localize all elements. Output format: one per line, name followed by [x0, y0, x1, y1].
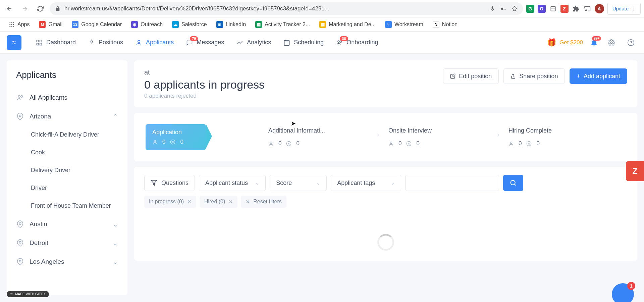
- nav-onboarding[interactable]: Onboarding38: [330, 32, 384, 54]
- svg-rect-2: [551, 6, 555, 11]
- nav-applicants[interactable]: Applicants: [129, 32, 180, 54]
- address-bar[interactable]: hr.workstream.us/#/applicants/Detroit/De…: [50, 2, 523, 15]
- extension-icon-2[interactable]: O: [538, 5, 546, 13]
- stage-onsite[interactable]: Onsite Interview 0 0 ›: [386, 127, 506, 147]
- bookmark-activity[interactable]: ▦Activity Tracker 2...: [252, 19, 313, 30]
- settings-button[interactable]: [605, 36, 618, 49]
- nav-scheduling[interactable]: Scheduling: [277, 32, 330, 54]
- svg-marker-1: [512, 6, 517, 11]
- bookmark-workstream[interactable]: ≈Workstream: [382, 19, 427, 30]
- chip-reset-filters[interactable]: ✕Reset filters: [241, 196, 286, 208]
- bookmark-calendar[interactable]: 13Google Calendar: [68, 19, 125, 30]
- bookmark-notion[interactable]: NNotion: [429, 19, 461, 30]
- get-cash-button[interactable]: 🎁Get $200: [547, 38, 583, 47]
- chevron-down-icon: ⌄: [316, 180, 320, 186]
- svg-point-31: [19, 241, 21, 243]
- svg-point-45: [510, 142, 512, 144]
- sidebar-group-arizona[interactable]: Arizona ⌃: [7, 107, 127, 126]
- forward-button[interactable]: [19, 3, 31, 15]
- apps-button[interactable]: Apps: [5, 19, 33, 30]
- filter-score[interactable]: Score⌄: [270, 175, 327, 191]
- chip-in-progress[interactable]: In progress (0)✕: [144, 196, 196, 208]
- logo-wave-icon: ≈: [12, 39, 16, 46]
- chevron-down-icon: ⌄: [255, 180, 259, 186]
- extension-icon-1[interactable]: G: [526, 5, 534, 13]
- people-icon: [16, 94, 24, 102]
- bookmark-linkedin[interactable]: inLinkedIn: [213, 19, 250, 30]
- back-button[interactable]: [3, 3, 15, 15]
- workstream-icon: ≈: [385, 21, 392, 28]
- close-icon[interactable]: ✕: [187, 199, 192, 205]
- sidebar-item-foh[interactable]: Front of House Team Member: [7, 197, 127, 215]
- sidebar-item-driver[interactable]: Driver: [7, 179, 127, 197]
- filter-status[interactable]: Applicant status⌄: [199, 175, 266, 191]
- chip-hired[interactable]: Hired (0)✕: [200, 196, 237, 208]
- svg-point-25: [628, 39, 634, 45]
- sidebar-group-la[interactable]: Los Angeles ⌄: [7, 252, 127, 271]
- bookmark-salesforce[interactable]: ☁Salesforce: [169, 19, 210, 30]
- extension-icon-z[interactable]: Z: [560, 5, 569, 13]
- svg-point-12: [13, 26, 14, 27]
- extension-icon-3[interactable]: [549, 5, 557, 13]
- position-at: at: [144, 68, 265, 76]
- key-icon[interactable]: [500, 5, 507, 12]
- svg-point-0: [501, 7, 503, 10]
- nav-messages[interactable]: Messages79: [180, 32, 230, 54]
- edit-position-button[interactable]: Edit position: [443, 68, 499, 84]
- loading-spinner: [377, 234, 394, 251]
- edit-icon: [450, 73, 455, 79]
- stage-additional-info[interactable]: Additional Informati... 0 0 ›: [266, 127, 386, 147]
- nav-analytics[interactable]: Analytics: [230, 32, 277, 54]
- messages-badge: 79: [190, 36, 198, 41]
- svg-point-9: [13, 24, 14, 25]
- search-button[interactable]: [503, 175, 523, 191]
- x-circle-icon: [286, 141, 291, 146]
- stage-hiring-complete[interactable]: Hiring Complete 0 0: [506, 127, 626, 147]
- chevron-up-icon: ⌃: [113, 113, 118, 120]
- svg-point-6: [13, 22, 14, 23]
- svg-point-7: [9, 24, 10, 25]
- share-position-button[interactable]: Share position: [503, 68, 565, 84]
- sidebar-all-applicants[interactable]: All Applicants: [7, 88, 127, 107]
- profile-avatar[interactable]: A: [595, 4, 604, 13]
- share-icon: [511, 73, 516, 79]
- sidebar-item-chickfila[interactable]: Chick-fil-A Delivery Driver: [7, 126, 127, 144]
- bookmark-outreach[interactable]: ◉Outreach: [128, 19, 166, 30]
- filter-questions[interactable]: Questions: [144, 175, 195, 191]
- reload-button[interactable]: [34, 3, 46, 15]
- bookmark-marketing[interactable]: ▦Marketing and De...: [316, 19, 379, 30]
- sidebar-group-austin[interactable]: Austin ⌄: [7, 215, 127, 234]
- nav-dashboard[interactable]: Dashboard: [30, 32, 82, 54]
- stage-application[interactable]: Application 0 0: [146, 124, 266, 150]
- search-input[interactable]: [405, 175, 499, 191]
- update-button[interactable]: Update⋮: [607, 3, 641, 15]
- svg-point-8: [11, 24, 12, 25]
- extensions-icon[interactable]: [572, 5, 580, 13]
- svg-point-22: [338, 41, 339, 42]
- help-button[interactable]: [625, 36, 637, 49]
- mic-icon[interactable]: [489, 6, 495, 12]
- pin-icon: [16, 220, 24, 228]
- bookmarks-bar: Apps MGmail 13Google Calendar ◉Outreach …: [0, 17, 644, 32]
- app-logo[interactable]: ≈: [7, 35, 21, 50]
- rejected-count: 0 applicants rejected: [144, 93, 265, 99]
- floating-z-widget[interactable]: Z: [626, 161, 644, 181]
- cast-icon[interactable]: [583, 5, 591, 13]
- bookmark-gmail[interactable]: MGmail: [36, 19, 66, 30]
- add-applicant-button[interactable]: +Add applicant: [570, 68, 627, 84]
- sidebar-group-detroit[interactable]: Detroit ⌄: [7, 234, 127, 252]
- svg-point-30: [19, 222, 21, 224]
- notifications-button[interactable]: 99+: [590, 38, 598, 47]
- bell-badge: 99+: [592, 36, 601, 41]
- sidebar-item-delivery[interactable]: Delivery Driver: [7, 161, 127, 179]
- filter-tags[interactable]: Applicant tags⌄: [331, 175, 401, 191]
- lock-icon: [55, 6, 60, 11]
- star-icon[interactable]: [512, 6, 518, 12]
- sidebar-item-cook[interactable]: Cook: [7, 144, 127, 161]
- applicants-icon: [135, 39, 143, 46]
- svg-point-33: [154, 140, 156, 142]
- svg-point-10: [9, 26, 10, 27]
- close-icon[interactable]: ✕: [228, 199, 233, 205]
- nav-positions[interactable]: Positions: [82, 32, 129, 54]
- chat-widget[interactable]: 1: [612, 283, 634, 302]
